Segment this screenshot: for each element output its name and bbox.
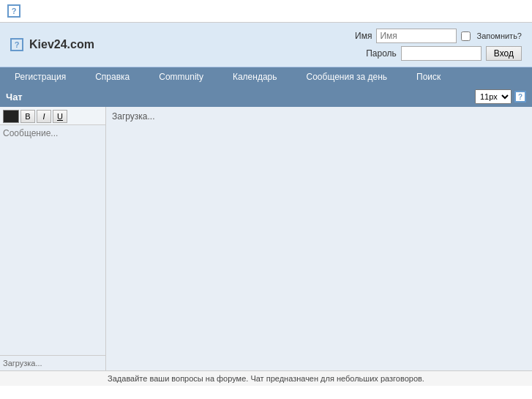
footer-text: Задавайте ваши вопросы на форуме. Чат пр… xyxy=(108,374,424,383)
nav-item-calendar[interactable]: Календарь xyxy=(218,67,292,86)
site-title: Kiev24.com xyxy=(29,38,94,51)
header: ? Kiev24.com Имя Запомнить? Пароль Вход xyxy=(0,23,532,67)
login-area: Имя Запомнить? Пароль Вход xyxy=(342,29,522,61)
chat-title: Чат xyxy=(6,92,23,102)
message-input[interactable] xyxy=(0,125,105,355)
name-row: Имя Запомнить? xyxy=(342,29,522,43)
name-input[interactable] xyxy=(376,29,457,43)
chat-help-icon-label: ? xyxy=(518,93,522,101)
top-bar: ? xyxy=(0,0,532,23)
login-button[interactable]: Вход xyxy=(486,46,522,61)
chat-right-panel: Загрузка... xyxy=(106,107,532,370)
logo-icon: ? xyxy=(10,38,23,51)
italic-button[interactable]: I xyxy=(37,110,51,123)
footer: Задавайте ваши вопросы на форуме. Чат пр… xyxy=(0,370,532,386)
nav-item-registration[interactable]: Регистрация xyxy=(0,67,80,86)
chat-left-panel: B I U Загрузка... xyxy=(0,107,106,370)
nav-item-community[interactable]: Community xyxy=(144,67,218,86)
chat-toolbar: B I U xyxy=(0,107,105,125)
bold-button[interactable]: B xyxy=(20,110,35,123)
password-input[interactable] xyxy=(401,46,482,61)
password-label: Пароль xyxy=(366,48,397,59)
name-label: Имя xyxy=(342,31,372,41)
remember-checkbox[interactable] xyxy=(461,31,471,41)
chat-help-icon[interactable]: ? xyxy=(514,91,526,102)
remember-label: Запомнить? xyxy=(476,31,522,40)
nav-item-search[interactable]: Поиск xyxy=(402,67,455,86)
top-icon: ? xyxy=(7,4,20,18)
nav-item-daily-messages[interactable]: Сообщения за день xyxy=(292,67,402,86)
chat-body: B I U Загрузка... Загрузка... xyxy=(0,107,532,370)
nav-item-help[interactable]: Справка xyxy=(80,67,144,86)
chat-header-right: 8px 9px 10px 11px 12px 14px ? xyxy=(475,89,526,104)
chat-header: Чат 8px 9px 10px 11px 12px 14px ? xyxy=(0,86,532,107)
top-icon-label: ? xyxy=(12,7,17,15)
loading-right: Загрузка... xyxy=(112,111,526,122)
font-size-select[interactable]: 8px 9px 10px 11px 12px 14px xyxy=(475,89,512,104)
password-row: Пароль Вход xyxy=(366,46,522,61)
underline-button[interactable]: U xyxy=(53,110,67,123)
color-picker[interactable] xyxy=(3,110,19,123)
logo-icon-label: ? xyxy=(15,40,20,49)
logo-area: ? Kiev24.com xyxy=(10,38,342,51)
content: Чат 8px 9px 10px 11px 12px 14px ? B I xyxy=(0,86,532,386)
nav: Регистрация Справка Community Календарь … xyxy=(0,67,532,86)
underline-label: U xyxy=(57,112,63,121)
italic-label: I xyxy=(42,112,45,121)
loading-left: Загрузка... xyxy=(0,355,105,370)
